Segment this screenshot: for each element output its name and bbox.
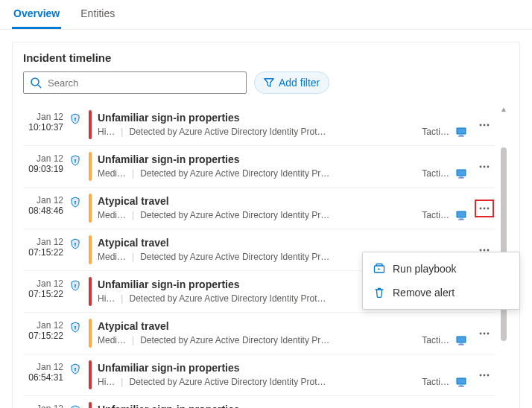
row-actions-button[interactable] <box>473 359 495 391</box>
svg-point-47 <box>75 326 76 328</box>
row-actions-button[interactable] <box>473 109 495 141</box>
severity-label: Hi… <box>98 377 115 387</box>
alert-description: Detected by Azure Active Directory Ident… <box>129 377 416 387</box>
scroll-thumb[interactable] <box>501 147 507 341</box>
remove-alert-label: Remove alert <box>393 287 455 299</box>
tab-bar: Overview Entities <box>0 0 532 30</box>
severity-bar <box>89 319 92 348</box>
shield-icon <box>69 401 83 408</box>
svg-point-26 <box>480 207 482 209</box>
svg-point-63 <box>484 374 486 376</box>
timeline-row[interactable]: Jan 1207:15:22Atypical travelMedi…|Detec… <box>23 313 495 354</box>
more-icon <box>475 200 494 217</box>
timestamp: Jan 1206:48:42 <box>23 401 63 408</box>
svg-rect-15 <box>460 177 463 178</box>
shield-icon <box>69 317 83 349</box>
row-actions-button[interactable] <box>473 401 495 408</box>
row-actions-button[interactable] <box>473 150 495 182</box>
shield-icon <box>69 150 83 182</box>
severity-label: Hi… <box>98 127 115 137</box>
more-icon <box>478 328 490 340</box>
svg-rect-52 <box>458 345 464 345</box>
severity-bar <box>89 110 92 139</box>
search-icon <box>30 77 42 89</box>
severity-label: Medi… <box>98 335 126 345</box>
search-box[interactable] <box>23 71 247 94</box>
timestamp: Jan 1209:03:19 <box>23 150 63 182</box>
svg-point-29 <box>75 243 76 244</box>
filter-icon <box>264 77 274 88</box>
alert-description: Detected by Azure Active Directory Ident… <box>140 335 416 345</box>
svg-rect-16 <box>458 178 464 179</box>
svg-rect-30 <box>75 244 75 246</box>
shield-icon <box>69 109 83 141</box>
severity-bar <box>89 235 92 264</box>
svg-rect-12 <box>75 161 75 163</box>
trash-icon <box>373 287 385 299</box>
run-playbook-item[interactable]: Run playbook <box>363 257 519 281</box>
tactic-label: Tacti… <box>422 210 449 220</box>
more-icon <box>478 119 490 131</box>
search-input[interactable] <box>46 77 240 89</box>
more-icon <box>478 369 490 381</box>
svg-line-1 <box>38 85 41 88</box>
shield-icon <box>69 234 83 266</box>
tab-entities[interactable]: Entities <box>79 0 116 29</box>
svg-rect-23 <box>457 212 466 217</box>
timeline-row[interactable]: Jan 1210:10:37Unfamiliar sign-in propert… <box>23 104 495 146</box>
divider: | <box>132 210 134 220</box>
severity-label: Medi… <box>98 252 126 262</box>
svg-rect-25 <box>458 220 464 220</box>
timestamp: Jan 1207:15:22 <box>23 234 63 266</box>
tactic-label: Tacti… <box>422 168 449 179</box>
svg-rect-21 <box>75 203 75 205</box>
timeline-row[interactable]: Jan 1209:03:19Unfamiliar sign-in propert… <box>23 146 495 188</box>
severity-label: Hi… <box>98 293 115 304</box>
monitor-icon <box>455 376 467 388</box>
severity-bar <box>89 277 92 306</box>
svg-point-8 <box>480 124 482 126</box>
svg-rect-5 <box>457 129 466 134</box>
svg-point-64 <box>487 374 490 376</box>
playbook-icon <box>373 263 385 275</box>
timeline-row[interactable]: Jan 1208:48:46Atypical travelMedi…|Detec… <box>23 188 495 229</box>
tab-overview[interactable]: Overview <box>12 0 61 29</box>
alert-title: Unfamiliar sign-in properties <box>98 112 467 124</box>
svg-point-54 <box>484 332 486 334</box>
alert-title: Atypical travel <box>98 320 467 332</box>
scroll-up-arrow[interactable]: ▲ <box>500 104 507 115</box>
row-actions-button[interactable] <box>473 317 495 349</box>
row-actions-button[interactable] <box>473 192 495 224</box>
remove-alert-item[interactable]: Remove alert <box>363 281 519 305</box>
shield-icon <box>69 192 83 224</box>
svg-rect-14 <box>457 170 466 176</box>
svg-point-56 <box>75 368 76 369</box>
timestamp: Jan 1207:15:22 <box>23 317 63 349</box>
svg-rect-3 <box>75 119 75 121</box>
shield-icon <box>69 359 83 391</box>
svg-point-10 <box>487 124 490 126</box>
severity-bar <box>89 360 92 389</box>
add-filter-button[interactable]: Add filter <box>254 71 329 94</box>
run-playbook-label: Run playbook <box>393 263 457 275</box>
svg-point-2 <box>75 118 76 119</box>
monitor-icon <box>455 209 467 221</box>
alert-title: Atypical travel <box>98 237 467 249</box>
panel-title: Incident timeline <box>23 51 509 64</box>
svg-point-62 <box>480 374 482 376</box>
svg-point-19 <box>487 165 490 168</box>
svg-rect-7 <box>458 136 464 137</box>
row-actions-menu: Run playbook Remove alert <box>362 252 520 310</box>
svg-point-20 <box>75 201 76 203</box>
svg-point-28 <box>487 207 490 209</box>
severity-bar <box>89 194 92 223</box>
timeline-row[interactable]: Jan 1206:54:31Unfamiliar sign-in propert… <box>23 354 495 396</box>
tactic-label: Tacti… <box>422 127 449 137</box>
svg-rect-48 <box>75 328 75 330</box>
severity-label: Medi… <box>98 168 126 179</box>
svg-point-55 <box>487 332 490 334</box>
svg-point-38 <box>75 284 76 286</box>
add-filter-label: Add filter <box>279 77 320 89</box>
timeline-row[interactable]: Jan 1206:48:42Unfamiliar sign-in propert… <box>23 396 495 408</box>
row-content: Atypical travelMedi…|Detected by Azure A… <box>98 317 467 349</box>
